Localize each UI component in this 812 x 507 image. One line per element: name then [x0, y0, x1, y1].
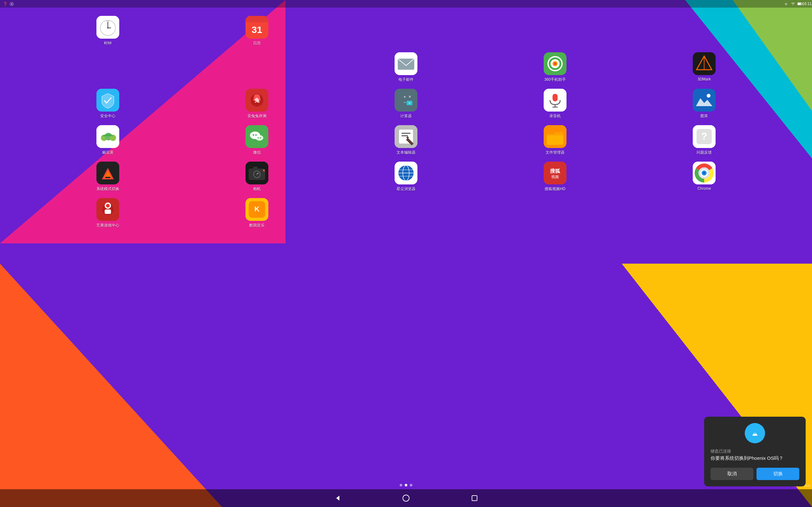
wechat-icon	[246, 125, 268, 148]
app-aigame[interactable]: 艺果游戏中心	[38, 198, 177, 228]
app-email[interactable]: 电子邮件	[336, 52, 433, 82]
app-wechat[interactable]: 微信	[187, 125, 327, 155]
svg-rect-67	[105, 177, 110, 178]
sysmode-label: 系统模式切换	[96, 186, 119, 192]
calendar-icon: 31	[246, 16, 268, 39]
aigame-icon	[96, 198, 119, 221]
wandou-label: 豌豆荚	[102, 150, 113, 155]
status-left: ❓ Ⓐ	[3, 1, 14, 6]
wandou-icon	[96, 125, 119, 148]
texteditor-label: 文本编辑器	[397, 150, 415, 155]
svg-rect-74	[253, 167, 258, 169]
app-sysmode[interactable]: 系统模式切换	[38, 162, 177, 192]
svg-point-93	[106, 204, 110, 208]
app-kuwo[interactable]: K 酷我音乐	[187, 198, 327, 228]
wechat-label: 微信	[253, 150, 261, 155]
app-browser[interactable]: 星尘浏览器	[336, 162, 433, 192]
svg-text:Ⓐ: Ⓐ	[10, 2, 14, 6]
kuwo-icon: K	[246, 198, 268, 221]
app-calculator[interactable]: + × − = 计算器	[336, 89, 433, 119]
svg-text:31: 31	[252, 24, 262, 35]
email-label: 电子邮件	[398, 77, 414, 82]
email-icon	[395, 52, 417, 75]
status-bar: ❓ Ⓐ ⊖ 16:11	[0, 0, 433, 8]
browser-icon	[395, 162, 417, 184]
svg-text:❓: ❓	[3, 2, 7, 6]
aigame-label: 艺果游戏中心	[96, 223, 119, 228]
kuwo-label: 酷我音乐	[249, 223, 264, 228]
antutu-icon: 兔	[246, 89, 268, 112]
svg-point-10	[107, 27, 108, 29]
app-wandou[interactable]: 豌豆荚	[38, 125, 177, 155]
clock-icon: 12	[96, 16, 119, 39]
svg-text:−: −	[403, 100, 406, 105]
svg-text:K: K	[254, 205, 259, 213]
app-security[interactable]: 安全中心	[38, 89, 177, 119]
browser-label: 星尘浏览器	[397, 186, 415, 192]
svg-rect-56	[402, 135, 408, 136]
svg-point-73	[257, 173, 258, 174]
svg-point-52	[260, 137, 261, 138]
app-clock[interactable]: 12 时钟	[38, 16, 177, 46]
antutu-label: 安兔兔评测	[247, 113, 266, 119]
svg-rect-13	[246, 19, 268, 22]
sysmode-icon	[96, 162, 119, 184]
app-camera[interactable]: 相机	[187, 162, 327, 192]
svg-rect-94	[105, 210, 111, 214]
notification-icon-1: ❓	[3, 1, 8, 6]
app-texteditor[interactable]: 文本编辑器	[336, 125, 433, 155]
svg-point-51	[258, 137, 259, 138]
svg-text:=: =	[408, 101, 410, 105]
svg-point-49	[255, 134, 257, 136]
svg-point-75	[263, 170, 265, 171]
camera-label: 相机	[253, 186, 261, 192]
clock-label: 时钟	[104, 41, 112, 46]
svg-text:+: +	[403, 94, 406, 99]
svg-rect-16	[398, 59, 414, 70]
app-calendar[interactable]: 31 日历	[187, 16, 327, 46]
calculator-label: 计算器	[400, 113, 412, 119]
security-label: 安全中心	[100, 113, 115, 119]
calculator-icon: + × − =	[395, 89, 417, 112]
app-antutu[interactable]: 兔 安兔兔评测	[187, 89, 327, 119]
security-icon	[96, 89, 119, 112]
svg-point-50	[256, 135, 263, 141]
calendar-label: 日历	[253, 41, 261, 46]
svg-text:兔: 兔	[254, 98, 260, 103]
texteditor-icon	[395, 125, 417, 148]
camera-icon	[246, 162, 268, 184]
svg-text:×: ×	[409, 94, 411, 99]
svg-point-48	[253, 134, 254, 136]
notification-icon-2: Ⓐ	[9, 1, 14, 6]
svg-rect-55	[402, 133, 410, 134]
app-grid: 12 时钟 31 日历	[19, 9, 433, 243]
